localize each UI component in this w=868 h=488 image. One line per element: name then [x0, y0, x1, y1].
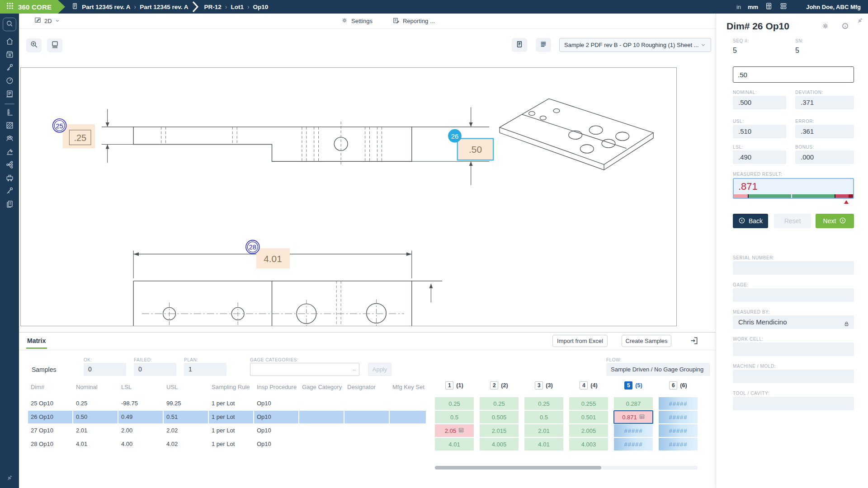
sample-cell-pending[interactable]: ##### [659, 411, 698, 423]
pop-out-icon[interactable] [689, 336, 698, 347]
sidebar-item-robot[interactable] [3, 146, 16, 159]
sidebar-item-flow[interactable] [3, 159, 16, 172]
sample-column-header-active[interactable]: 5(5) [614, 381, 653, 389]
sample-cell[interactable]: 0.25 [480, 397, 519, 410]
column-header[interactable]: LSL [118, 384, 164, 390]
sample-cell[interactable]: 2.005 [569, 424, 608, 437]
sidebar-item-height-gauge[interactable] [3, 107, 16, 120]
sheets-button[interactable] [47, 38, 62, 52]
info-icon[interactable] [841, 22, 849, 32]
tab-matrix[interactable]: Matrix [27, 337, 46, 344]
stacked-rows-icon[interactable] [779, 2, 788, 11]
sidebar-item-gauge[interactable] [3, 75, 16, 88]
create-samples-button[interactable]: Create Samples [622, 335, 671, 347]
dimension-callout-26[interactable]: .50 26 [448, 129, 493, 160]
column-header[interactable]: Mfg Key Set [390, 384, 426, 390]
sample-cell-pending[interactable]: ##### [659, 438, 698, 450]
sample-column-header[interactable]: 1(1) [435, 381, 474, 389]
column-header[interactable]: Dim# [28, 384, 73, 390]
horizontal-scrollbar-track[interactable] [435, 466, 698, 469]
sample-cell-pending[interactable]: ##### [659, 424, 698, 437]
column-header[interactable]: USL [164, 384, 209, 390]
calculator-grid-icon[interactable] [765, 2, 773, 11]
breadcrumb-part-item[interactable]: Part 12345 rev. A [82, 4, 130, 10]
sample-cell[interactable]: 4.01 [435, 438, 474, 450]
brand-chevron[interactable]: 360 CORE [0, 0, 65, 14]
measured-by-field[interactable]: Chris Mendicino [733, 315, 854, 329]
row-dimension-info[interactable]: 28 Op104.014.004.021 per LotOp10 [28, 438, 426, 450]
unit-mm-toggle[interactable]: mm [748, 4, 758, 10]
sidebar-item-tools[interactable] [3, 62, 16, 75]
sidebar-item-home[interactable] [3, 36, 16, 49]
sample-cell[interactable]: 4.003 [569, 438, 608, 450]
measured-result-box[interactable]: .871 [733, 178, 854, 199]
row-dimension-info[interactable]: 27 Op102.012.002.021 per LotOp10 [28, 424, 426, 437]
breadcrumb-process-item[interactable]: PR-12 [204, 4, 221, 10]
drawing-sheet[interactable]: .25 25 .50 26 4.01 [20, 67, 677, 326]
sample-cell[interactable]: 4.005 [480, 438, 519, 450]
sidebar-item-team[interactable] [3, 133, 16, 146]
sample-cell[interactable]: 0.287 [614, 397, 653, 410]
import-from-excel-button[interactable]: Import from Excel [552, 335, 608, 347]
breadcrumb-process-item[interactable]: Lot1 [231, 4, 244, 10]
dimension-value-input[interactable] [733, 66, 854, 83]
sample-cell[interactable]: 4.01 [524, 438, 563, 450]
sample-cell[interactable]: 2.01 [524, 424, 563, 437]
unit-inches-toggle[interactable]: in [736, 4, 741, 10]
document-selector[interactable]: Sample 2 PDF rev B - OP 10 Roughing (1) … [559, 38, 711, 52]
sample-column-header[interactable]: 3(3) [524, 381, 563, 389]
sample-column-header[interactable]: 2(2) [480, 381, 519, 389]
gear-icon[interactable] [821, 22, 829, 32]
sample-column-header[interactable]: 6(6) [659, 381, 698, 389]
settings-button[interactable]: Settings [341, 17, 373, 25]
search-button[interactable] [3, 18, 16, 31]
sample-cell[interactable]: 0.505 [480, 411, 519, 423]
gage-field[interactable] [733, 288, 854, 302]
tool-cavity-field[interactable] [733, 397, 854, 410]
breadcrumb-part-item[interactable]: Part 12345 rev. A [140, 4, 188, 10]
row-dimension-info[interactable]: 25 Op100.25-98.7599.251 per LotOp10 [28, 397, 426, 410]
column-header[interactable]: Gage Category [299, 384, 344, 390]
sidebar-item-parts[interactable] [3, 49, 16, 62]
dimension-callout-25[interactable]: .25 25 [53, 119, 95, 148]
breadcrumb-process-item[interactable]: Op10 [253, 4, 269, 10]
sample-cell-selected-failed[interactable]: 0.871 [614, 411, 653, 423]
work-cell-field[interactable] [733, 343, 854, 356]
machine-mold-field[interactable] [733, 370, 854, 383]
serial-number-field[interactable] [733, 261, 854, 275]
reporting-button[interactable]: Reporting ... [392, 17, 435, 25]
column-header[interactable]: Designator [344, 384, 390, 390]
column-header[interactable]: Sampling Rule [209, 384, 254, 390]
row-dimension-info[interactable]: 26 Op100.500.490.511 per LotOp10 [28, 411, 426, 423]
zoom-in-button[interactable] [26, 38, 42, 52]
sample-cell-pending[interactable]: ##### [614, 424, 653, 437]
sample-cell[interactable]: 0.25 [435, 397, 474, 410]
pin-panel-icon[interactable] [856, 17, 863, 26]
sample-cell[interactable]: 0.25 [524, 397, 563, 410]
apply-button[interactable]: Apply [368, 363, 392, 376]
user-name[interactable]: John Doe, ABC Mfg [806, 4, 861, 10]
sample-cell[interactable]: 0.501 [569, 411, 608, 423]
column-header[interactable]: Nominal [73, 384, 118, 390]
back-button[interactable]: Back [733, 214, 768, 228]
sample-cell[interactable]: 0.255 [569, 397, 608, 410]
sidebar-item-documents[interactable] [3, 88, 16, 101]
horizontal-scrollbar-thumb[interactable] [435, 466, 601, 469]
sidebar-item-materials[interactable] [3, 120, 16, 133]
sidebar-item-machine[interactable] [3, 172, 16, 185]
column-header[interactable]: Insp Procedure [254, 384, 299, 390]
flow-value[interactable]: Sample Driven / No Gage Grouping [606, 363, 710, 376]
sidebar-item-records[interactable] [3, 198, 16, 211]
sample-cell[interactable]: 0.5 [435, 411, 474, 423]
list-view-button[interactable] [536, 38, 551, 52]
next-button[interactable]: Next [816, 214, 854, 228]
gage-categories-input[interactable] [250, 363, 359, 376]
sample-cell[interactable]: 2.015 [480, 424, 519, 437]
page-view-button[interactable] [512, 38, 527, 52]
sample-cell[interactable]: 0.5 [524, 411, 563, 423]
sample-cell-pending[interactable]: ##### [614, 438, 653, 450]
sample-column-header[interactable]: 4(4) [569, 381, 608, 389]
sample-cell-failed[interactable]: 2.05 [435, 424, 474, 437]
sidebar-pin-icon[interactable] [6, 474, 13, 483]
reset-button[interactable]: Reset [774, 214, 811, 228]
